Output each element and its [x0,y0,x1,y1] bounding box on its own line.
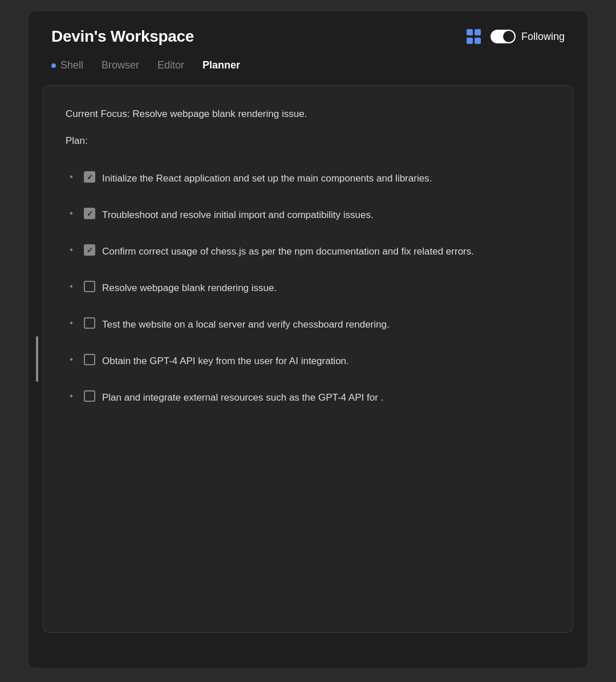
following-label: Following [521,31,565,43]
tab-editor-label: Editor [157,59,184,71]
workspace-container: Devin's Workspace Following Shell [29,11,587,668]
following-toggle[interactable]: Following [491,30,565,43]
checkbox-5[interactable] [84,317,95,329]
planner-panel: Current Focus: Resolve webpage blank ren… [42,85,574,633]
grid-dot-1 [467,29,473,35]
plan-label: Plan: [66,135,550,147]
current-focus-text: Current Focus: Resolve webpage blank ren… [66,106,550,122]
grid-dot-2 [475,29,481,35]
item-text-6: Obtain the GPT-4 API key from the user f… [102,353,349,369]
checkbox-7[interactable] [84,390,95,402]
tab-shell-label: Shell [60,59,83,71]
item-text-5: Test the website on a local server and v… [102,317,390,333]
list-item: • Initialize the React application and s… [66,160,550,197]
header: Devin's Workspace Following [29,11,587,57]
item-text-1: Initialize the React application and set… [102,171,432,187]
tab-planner[interactable]: Planner [202,57,240,74]
bullet-6: • [66,354,77,365]
bullet-5: • [66,318,77,328]
bullet-7: • [66,391,77,401]
checkbox-3[interactable] [84,244,95,256]
bullet-2: • [66,208,77,219]
list-item: • Confirm correct usage of chess.js as p… [66,233,550,270]
checkbox-4[interactable] [84,281,95,292]
bullet-4: • [66,281,77,292]
item-text-3: Confirm correct usage of chess.js as per… [102,244,474,260]
bullet-3: • [66,245,77,255]
toggle-track[interactable] [491,30,516,43]
checkbox-1[interactable] [84,171,95,183]
shell-tab-dot [51,63,56,68]
scroll-indicator [36,336,38,382]
list-item: • Resolve webpage blank rendering issue. [66,270,550,306]
tab-editor[interactable]: Editor [157,57,184,74]
list-item: • Plan and integrate external resources … [66,380,550,416]
workspace-title: Devin's Workspace [51,27,194,46]
bullet-1: • [66,172,77,182]
list-item: • Obtain the GPT-4 API key from the user… [66,343,550,380]
grid-dot-3 [467,38,473,44]
checkbox-6[interactable] [84,354,95,365]
grid-view-icon[interactable] [467,29,481,44]
list-item: • Test the website on a local server and… [66,306,550,343]
item-text-7: Plan and integrate external resources su… [102,390,383,406]
plan-items-list: • Initialize the React application and s… [66,160,550,416]
tab-browser-label: Browser [102,59,139,71]
tab-shell[interactable]: Shell [51,57,83,74]
grid-dot-4 [475,38,481,44]
item-text-2: Troubleshoot and resolve initial import … [102,207,374,223]
item-text-4: Resolve webpage blank rendering issue. [102,280,277,296]
toggle-thumb [503,31,514,42]
tab-browser[interactable]: Browser [102,57,139,74]
tab-planner-label: Planner [202,59,240,71]
grid-icon-inner [467,29,481,44]
list-item: • Troubleshoot and resolve initial impor… [66,197,550,233]
checkbox-2[interactable] [84,208,95,219]
header-controls: Following [467,29,565,44]
tabs-bar: Shell Browser Editor Planner [29,57,587,85]
